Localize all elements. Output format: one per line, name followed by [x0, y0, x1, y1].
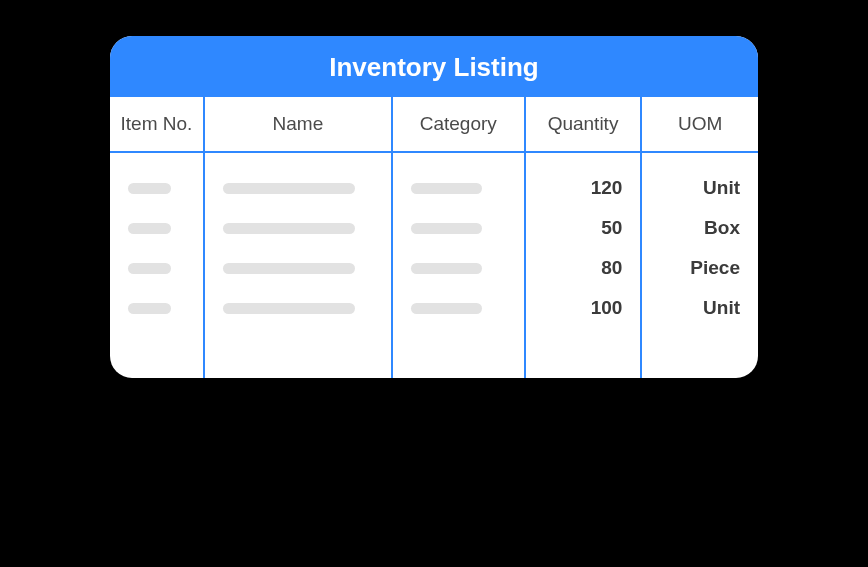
table-row: 100 Unit	[110, 288, 758, 328]
placeholder-bar	[128, 223, 171, 234]
placeholder-bar	[223, 303, 355, 314]
cell-category	[392, 248, 525, 288]
placeholder-bar	[411, 303, 482, 314]
cell-uom: Box	[641, 208, 758, 248]
cell-uom: Unit	[641, 168, 758, 208]
placeholder-bar	[128, 303, 171, 314]
placeholder-bar	[128, 183, 171, 194]
table-row: 50 Box	[110, 208, 758, 248]
cell-quantity: 80	[525, 248, 642, 288]
placeholder-bar	[128, 263, 171, 274]
cell-item-no	[110, 288, 204, 328]
cell-category	[392, 208, 525, 248]
column-header-category: Category	[392, 97, 525, 152]
cell-category	[392, 288, 525, 328]
column-header-name: Name	[204, 97, 392, 152]
column-header-quantity: Quantity	[525, 97, 642, 152]
cell-uom: Unit	[641, 288, 758, 328]
table-row: 80 Piece	[110, 248, 758, 288]
cell-item-no	[110, 248, 204, 288]
column-header-item-no: Item No.	[110, 97, 204, 152]
placeholder-bar	[223, 183, 355, 194]
cell-quantity: 120	[525, 168, 642, 208]
placeholder-bar	[223, 223, 355, 234]
cell-name	[204, 168, 392, 208]
column-header-uom: UOM	[641, 97, 758, 152]
table-header-row: Item No. Name Category Quantity UOM	[110, 97, 758, 152]
placeholder-bar	[411, 183, 482, 194]
cell-quantity: 50	[525, 208, 642, 248]
card-title: Inventory Listing	[110, 36, 758, 97]
inventory-listing-card: Inventory Listing Item No. Name Category…	[110, 36, 758, 378]
placeholder-bar	[411, 223, 482, 234]
cell-category	[392, 168, 525, 208]
table-row: 120 Unit	[110, 168, 758, 208]
spacer-row	[110, 152, 758, 168]
cell-name	[204, 288, 392, 328]
cell-item-no	[110, 208, 204, 248]
placeholder-bar	[223, 263, 355, 274]
cell-item-no	[110, 168, 204, 208]
cell-quantity: 100	[525, 288, 642, 328]
cell-uom: Piece	[641, 248, 758, 288]
placeholder-bar	[411, 263, 482, 274]
cell-name	[204, 208, 392, 248]
spacer-row	[110, 328, 758, 378]
inventory-table: Item No. Name Category Quantity UOM 120 …	[110, 97, 758, 378]
cell-name	[204, 248, 392, 288]
